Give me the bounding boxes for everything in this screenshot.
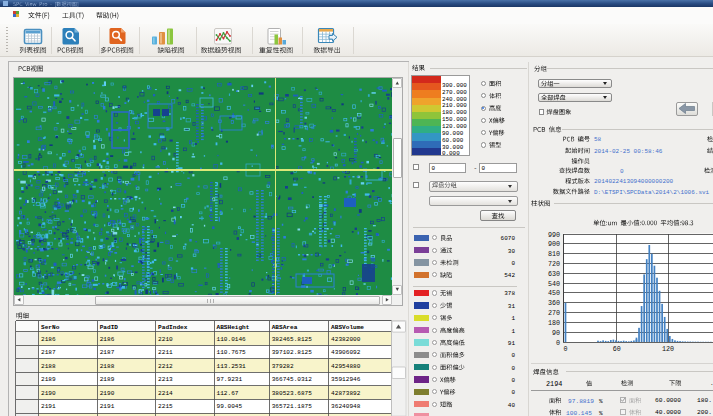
svg-text:58: 58 <box>594 136 602 143</box>
svg-text:97.8819: 97.8819 <box>568 398 594 405</box>
svg-text:30: 30 <box>508 248 516 255</box>
svg-text:1: 1 <box>511 315 515 322</box>
svg-text:D:\ETSPI\SPCData\2014\2\1006.s: D:\ETSPI\SPCData\2014\2\1006.svi <box>594 189 710 196</box>
svg-text:40.0000: 40.0000 <box>655 409 681 416</box>
svg-text:270: 270 <box>548 309 560 317</box>
svg-text:540: 540 <box>548 280 560 288</box>
svg-text:40: 40 <box>508 402 516 409</box>
svg-text:2014-02-25 00:58:46: 2014-02-25 00:58:46 <box>594 148 663 155</box>
svg-text:378: 378 <box>504 290 515 297</box>
svg-text:2194: 2194 <box>546 380 562 388</box>
svg-text:%: % <box>599 410 603 416</box>
svg-text:0: 0 <box>482 165 486 172</box>
svg-text:542: 542 <box>504 272 515 279</box>
svg-text:360: 360 <box>548 299 560 307</box>
svg-text:91: 91 <box>508 340 516 347</box>
svg-text:0.000: 0.000 <box>442 150 460 157</box>
svg-text:31: 31 <box>508 303 516 310</box>
svg-text:0: 0 <box>511 389 515 396</box>
svg-text:-: - <box>474 165 478 172</box>
svg-text:200.: 200. <box>697 409 712 416</box>
svg-text:0: 0 <box>511 260 515 267</box>
svg-text:0: 0 <box>556 339 560 347</box>
svg-text:100.145: 100.145 <box>566 410 592 416</box>
svg-text:0: 0 <box>511 365 515 372</box>
svg-text:180: 180 <box>548 319 560 327</box>
svg-text:1: 1 <box>511 328 515 335</box>
svg-text:6070: 6070 <box>501 235 516 242</box>
svg-text:990: 990 <box>548 231 560 239</box>
svg-text:720: 720 <box>548 260 560 268</box>
svg-text:0: 0 <box>432 165 436 172</box>
svg-text:180.: 180. <box>697 397 712 404</box>
svg-text:900: 900 <box>548 240 560 248</box>
svg-text:90: 90 <box>552 329 560 337</box>
svg-text:120: 120 <box>662 345 674 353</box>
svg-text:60.0000: 60.0000 <box>655 397 681 404</box>
svg-text:%: % <box>599 398 603 405</box>
svg-text:810: 810 <box>548 250 560 258</box>
svg-text:630: 630 <box>548 270 560 278</box>
svg-text:2014022413094000000200: 2014022413094000000200 <box>594 178 674 185</box>
svg-text:0: 0 <box>511 377 515 384</box>
svg-text:450: 450 <box>548 289 560 297</box>
svg-text:0: 0 <box>563 345 567 353</box>
svg-text:0: 0 <box>620 168 624 175</box>
svg-text:60: 60 <box>613 345 621 353</box>
svg-text:0: 0 <box>511 352 515 359</box>
